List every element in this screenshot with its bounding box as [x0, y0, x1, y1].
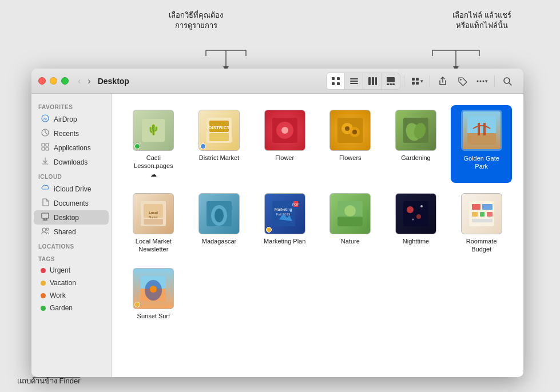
- svg-rect-29: [412, 82, 415, 85]
- file-label-nighttime: Nighttime: [403, 237, 429, 245]
- list-view-button[interactable]: [345, 73, 363, 89]
- sidebar-item-airdrop[interactable]: AirDrop: [34, 112, 109, 126]
- applications-icon: [41, 143, 50, 153]
- sidebar-item-desktop[interactable]: Desktop: [34, 210, 109, 225]
- file-item-madagascar[interactable]: Madagascar: [189, 189, 250, 258]
- file-item-gardening[interactable]: Gardening: [386, 105, 447, 183]
- file-item-flowers[interactable]: Flowers: [320, 105, 381, 183]
- sidebar-tag-vacation[interactable]: Vacation: [34, 277, 109, 289]
- file-label-district: District Market: [199, 154, 239, 162]
- sidebar-label-desktop: Desktop: [54, 214, 102, 222]
- work-dot: [41, 293, 46, 298]
- tag-button[interactable]: [453, 73, 471, 89]
- svg-rect-24: [387, 83, 389, 85]
- column-view-button[interactable]: [363, 73, 382, 89]
- shared-icon: [41, 227, 50, 237]
- sidebar: Favorites AirDrop Recents Applications: [31, 94, 112, 377]
- sidebar-item-downloads[interactable]: Downloads: [34, 155, 109, 169]
- sidebar-label-work: Work: [50, 291, 102, 299]
- vacation-dot: [41, 281, 46, 286]
- callout-left: เลือกวิธีที่คุณต้อง การดูรายการ: [169, 10, 223, 31]
- sidebar-item-applications[interactable]: Applications: [34, 141, 109, 155]
- file-thumb-nighttime: [395, 193, 436, 234]
- minimize-button[interactable]: [50, 77, 57, 85]
- main-area: Favorites AirDrop Recents Applications: [31, 94, 523, 377]
- file-item-nature[interactable]: Nature: [320, 189, 381, 258]
- group-button[interactable]: ▾: [408, 73, 426, 89]
- icon-view-button[interactable]: [327, 73, 345, 89]
- file-item-sunset[interactable]: Sunset Surf: [123, 263, 184, 325]
- sidebar-tag-garden[interactable]: Garden: [34, 302, 109, 314]
- svg-rect-19: [350, 83, 358, 84]
- sidebar-label-icloud-drive: iCloud Drive: [54, 185, 102, 193]
- gallery-view-button[interactable]: [382, 73, 400, 89]
- back-button[interactable]: ‹: [76, 75, 83, 87]
- svg-point-31: [460, 79, 461, 80]
- sidebar-label-vacation: Vacation: [50, 279, 102, 287]
- file-grid: 🌵 CactiLesson.pages ☁ DISTRICT: [123, 105, 512, 325]
- svg-text:Market: Market: [149, 215, 158, 219]
- svg-text:🌵: 🌵: [147, 123, 160, 136]
- file-item-golden-gate[interactable]: Golden Gate Park: [451, 105, 512, 183]
- share-button[interactable]: [434, 73, 452, 89]
- maximize-button[interactable]: [61, 77, 69, 85]
- finder-window: ‹ › Desktop: [31, 69, 523, 377]
- svg-rect-26: [392, 83, 395, 85]
- file-thumb-sunset: [133, 268, 174, 309]
- file-item-roommate[interactable]: Roommate Budget: [451, 189, 512, 258]
- svg-rect-22: [375, 77, 377, 85]
- file-label-local-market: Local Market Newsletter: [130, 237, 176, 254]
- svg-point-54: [281, 127, 288, 134]
- svg-point-87: [420, 205, 423, 207]
- file-item-cacti[interactable]: 🌵 CactiLesson.pages ☁: [123, 105, 184, 183]
- airdrop-icon: [41, 114, 50, 124]
- svg-rect-66: [483, 123, 486, 135]
- svg-rect-91: [482, 204, 493, 210]
- svg-text:DISTRICT: DISTRICT: [209, 125, 230, 130]
- locations-section-label: Locations: [31, 239, 111, 251]
- svg-rect-71: [144, 219, 163, 225]
- svg-rect-43: [42, 213, 49, 218]
- sidebar-item-documents[interactable]: Documents: [34, 196, 109, 210]
- sidebar-label-applications: Applications: [54, 144, 102, 152]
- cacti-status-dot: [134, 143, 140, 149]
- svg-rect-16: [337, 82, 340, 85]
- file-thumb-nature: [329, 193, 371, 234]
- file-item-district[interactable]: DISTRICT District Market: [189, 105, 250, 183]
- file-label-nature: Nature: [341, 237, 360, 245]
- svg-rect-51: [209, 133, 229, 141]
- svg-text:Local: Local: [149, 211, 158, 214]
- sidebar-item-shared[interactable]: Shared: [34, 225, 109, 239]
- svg-rect-90: [472, 204, 480, 210]
- file-thumb-gardening: [395, 110, 436, 151]
- sidebar-tag-urgent[interactable]: Urgent: [34, 264, 109, 277]
- sidebar-tag-work[interactable]: Work: [34, 289, 109, 302]
- sidebar-item-icloud-drive[interactable]: iCloud Drive: [34, 182, 109, 196]
- svg-text:Marketing: Marketing: [274, 207, 292, 212]
- svg-rect-15: [332, 82, 335, 85]
- file-item-local-market[interactable]: Local Market Local Market Newsletter: [123, 189, 184, 258]
- sidebar-item-recents[interactable]: Recents: [34, 126, 109, 141]
- svg-point-44: [42, 228, 46, 231]
- file-thumb-local: Local Market: [133, 193, 174, 234]
- file-thumb-cacti: 🌵: [133, 110, 174, 151]
- svg-point-85: [407, 206, 414, 213]
- sidebar-label-documents: Documents: [54, 199, 102, 207]
- forward-button[interactable]: ›: [85, 75, 93, 87]
- file-item-marketing[interactable]: Marketing Fall 2019 PDF Marketing Plan: [254, 189, 315, 258]
- sidebar-label-garden: Garden: [50, 304, 102, 312]
- file-item-nighttime[interactable]: Nighttime: [386, 189, 447, 258]
- sidebar-label-urgent: Urgent: [50, 266, 102, 274]
- file-item-flower[interactable]: Flower: [254, 105, 315, 183]
- close-button[interactable]: [38, 77, 46, 85]
- view-toggle-group: [326, 73, 400, 90]
- more-button[interactable]: ▾: [472, 73, 491, 89]
- file-label-marketing: Marketing Plan: [264, 237, 305, 245]
- file-thumb-golden-gate: [461, 110, 502, 151]
- svg-rect-13: [332, 77, 335, 80]
- sidebar-label-airdrop: AirDrop: [54, 115, 102, 123]
- file-label-cacti: CactiLesson.pages ☁: [130, 154, 176, 178]
- search-button[interactable]: [498, 73, 517, 89]
- divider: [404, 75, 404, 87]
- icloud-drive-icon: [41, 184, 50, 194]
